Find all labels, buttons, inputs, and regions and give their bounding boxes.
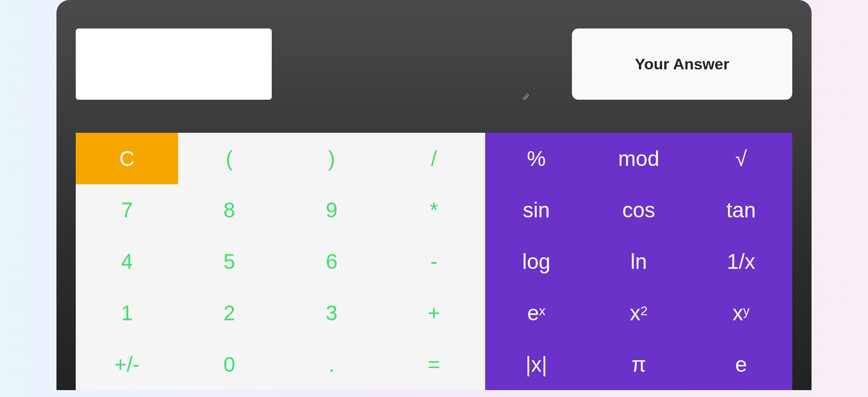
- key-cos[interactable]: cos: [588, 184, 690, 236]
- key-e[interactable]: e: [690, 339, 792, 390]
- key-exp-base: e: [527, 302, 539, 323]
- key-reciprocal[interactable]: 1/x: [690, 236, 792, 287]
- key-power-base: x: [733, 302, 743, 323]
- key-square[interactable]: x2: [588, 287, 690, 339]
- display-wrap: [76, 28, 531, 102]
- key-5[interactable]: 5: [178, 236, 280, 287]
- key-percent[interactable]: %: [485, 133, 588, 184]
- key-plus[interactable]: +: [383, 287, 485, 339]
- key-2[interactable]: 2: [178, 287, 280, 339]
- answer-label: Your Answer: [635, 55, 729, 73]
- answer-box: Your Answer: [572, 28, 792, 100]
- key-equals[interactable]: =: [383, 339, 485, 390]
- top-row: Your Answer: [56, 0, 812, 102]
- key-1[interactable]: 1: [76, 287, 178, 339]
- key-close-paren[interactable]: ): [280, 133, 383, 184]
- key-square-base: x: [630, 302, 640, 323]
- key-7[interactable]: 7: [76, 184, 178, 236]
- key-square-sup: 2: [640, 305, 648, 318]
- key-exp-sup: x: [539, 305, 545, 318]
- key-dot[interactable]: .: [280, 339, 383, 390]
- key-pi[interactable]: π: [588, 339, 690, 390]
- key-minus[interactable]: -: [383, 236, 485, 287]
- key-0[interactable]: 0: [178, 339, 280, 390]
- key-clear[interactable]: C: [76, 133, 178, 184]
- key-plus-minus[interactable]: +/-: [76, 339, 178, 390]
- key-6[interactable]: 6: [280, 236, 383, 287]
- key-tan[interactable]: tan: [690, 184, 792, 236]
- keypad: C ( ) / % mod √ 7 8 9 * sin cos tan 4 5 …: [76, 133, 792, 390]
- key-mod[interactable]: mod: [588, 133, 690, 184]
- key-open-paren[interactable]: (: [178, 133, 280, 184]
- key-9[interactable]: 9: [280, 184, 383, 236]
- key-4[interactable]: 4: [76, 236, 178, 287]
- key-abs[interactable]: |x|: [485, 339, 588, 390]
- expression-input[interactable]: [76, 28, 272, 100]
- key-8[interactable]: 8: [178, 184, 280, 236]
- key-exp[interactable]: ex: [485, 287, 588, 339]
- key-sin[interactable]: sin: [485, 184, 588, 236]
- key-3[interactable]: 3: [280, 287, 383, 339]
- key-divide[interactable]: /: [383, 133, 485, 184]
- key-log[interactable]: log: [485, 236, 588, 287]
- key-sqrt[interactable]: √: [690, 133, 792, 184]
- key-multiply[interactable]: *: [383, 184, 485, 236]
- key-power[interactable]: xy: [690, 287, 792, 339]
- key-power-sup: y: [743, 305, 750, 318]
- calculator-panel: Your Answer C ( ) / % mod √ 7 8 9 * sin …: [56, 0, 812, 390]
- key-ln[interactable]: ln: [588, 236, 690, 287]
